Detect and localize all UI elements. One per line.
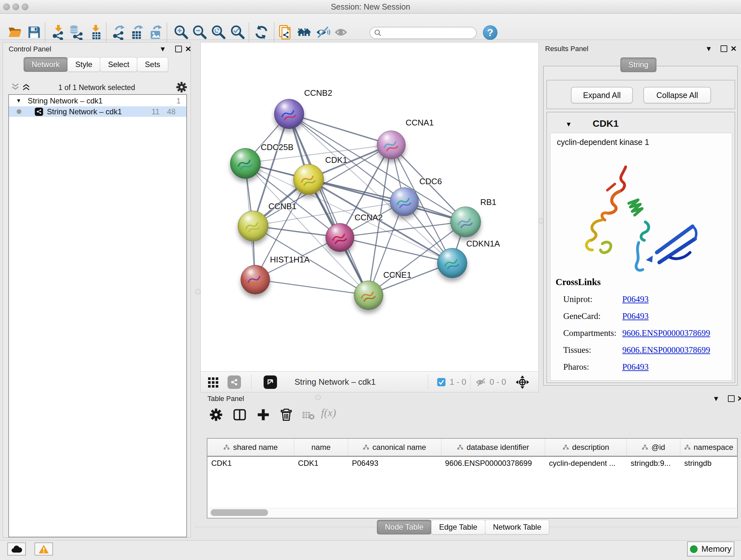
table-header-row: shared namenamecanonical namedatabase id… <box>207 439 737 456</box>
network-tree-child-row[interactable]: String Network – cdk1 11 48 <box>9 106 186 117</box>
cell-name[interactable]: CDK1 <box>294 456 348 470</box>
tab-network-table[interactable]: Network Table <box>485 520 549 535</box>
export-network-icon[interactable] <box>111 24 126 40</box>
show-column-icon[interactable] <box>233 408 246 422</box>
column-header-shared-name[interactable]: shared name <box>207 439 294 456</box>
control-panel-close-icon[interactable]: × <box>185 45 191 53</box>
network-node-label: CCNA1 <box>406 118 434 128</box>
results-panel-float-icon[interactable] <box>721 45 727 52</box>
homes-icon[interactable] <box>296 24 312 40</box>
column-header-description[interactable]: description <box>545 439 627 456</box>
import-network-from-database-icon[interactable] <box>69 24 84 40</box>
column-header-canonical-name[interactable]: canonical name <box>348 439 441 456</box>
open-session-icon[interactable] <box>7 24 23 40</box>
cell-description[interactable]: cyclin-dependent ... <box>545 456 627 470</box>
refresh-icon[interactable] <box>254 24 269 40</box>
network-node-CCNE1[interactable] <box>354 281 383 310</box>
network-tree-root-row[interactable]: ▼ String Network – cdk1 1 <box>9 96 186 106</box>
detach-view-icon[interactable] <box>264 375 277 389</box>
column-header-namespace[interactable]: namespace <box>680 439 737 456</box>
network-node-label: CCNB2 <box>304 88 332 98</box>
search-input[interactable] <box>384 28 472 37</box>
table-panel-collapse-icon[interactable]: ▼ <box>713 395 720 402</box>
delete-column-icon[interactable] <box>280 408 293 422</box>
tab-network[interactable]: Network <box>23 57 68 72</box>
show-eye-icon[interactable] <box>334 24 349 40</box>
table-panel-float-icon[interactable] <box>728 395 735 402</box>
tab-sets[interactable]: Sets <box>137 57 168 72</box>
network-node-CCNB1[interactable] <box>238 211 268 241</box>
gear-icon[interactable] <box>176 81 187 93</box>
zoom-out-icon[interactable] <box>192 24 207 40</box>
export-table-icon[interactable] <box>130 24 145 40</box>
network-node-CDKN1A[interactable] <box>437 248 467 278</box>
crosslink-tissues-[interactable]: 9606.ENSP00000378699 <box>622 345 710 355</box>
results-panel: Results Panel ▼ × String Expand All Coll… <box>542 42 740 393</box>
cell-namespace[interactable]: stringdb <box>680 456 737 470</box>
export-image-icon[interactable] <box>148 24 164 40</box>
tree-expander-icon[interactable]: ▼ <box>16 98 21 104</box>
network-node-RB1[interactable] <box>450 206 481 237</box>
zoom-in-icon[interactable] <box>173 24 189 40</box>
tab-select[interactable]: Select <box>100 57 137 72</box>
entry-expander-icon[interactable]: ▼ <box>565 121 572 128</box>
control-panel-float-icon[interactable] <box>175 46 182 52</box>
table-panel-close-icon[interactable]: × <box>738 395 741 402</box>
network-node-CDC6[interactable] <box>390 187 419 216</box>
table-settings-gear-icon[interactable] <box>209 408 223 422</box>
collapse-all-button[interactable]: Collapse All <box>643 87 711 104</box>
network-node-label: CCNA2 <box>354 212 383 223</box>
crosslink-genecard-[interactable]: P06493 <box>622 311 649 321</box>
crosslink-uniprot-[interactable]: P06493 <box>622 294 649 304</box>
network-node-CCNB2[interactable] <box>274 99 304 129</box>
crosslink-pharos-[interactable]: P06493 <box>622 362 649 372</box>
hide-eye-icon[interactable] <box>315 24 331 40</box>
tab-style[interactable]: Style <box>67 57 100 72</box>
tab-node-table[interactable]: Node Table <box>377 520 431 535</box>
string-document-icon[interactable] <box>278 24 293 40</box>
cell-database-identifier[interactable]: 9606.ENSP00000378699 <box>441 456 545 470</box>
crosslink-label: Uniprot: <box>563 294 593 304</box>
import-network-icon[interactable] <box>51 24 66 40</box>
tab-string[interactable]: String <box>620 57 657 72</box>
import-table-icon[interactable] <box>88 24 104 40</box>
protein-structure-image <box>563 150 704 274</box>
network-node-CDC25B[interactable] <box>230 148 261 179</box>
memory-button[interactable]: Memory <box>687 542 734 557</box>
network-node-CDK1[interactable] <box>293 164 324 195</box>
zoom-selected-icon[interactable] <box>230 24 245 40</box>
help-button[interactable]: ? <box>483 25 497 40</box>
control-panel-collapse-icon[interactable]: ▼ <box>159 46 166 53</box>
network-node-HIST1H1A[interactable] <box>241 265 270 294</box>
network-canvas[interactable]: CCNB2CCNA1CDC25BCDK1CDC6RB1CCNB1CCNA2CDK… <box>200 42 539 372</box>
table-row[interactable]: CDK1CDK1P064939606.ENSP00000378699cyclin… <box>207 456 737 470</box>
table-hscrollbar-thumb[interactable] <box>211 509 268 516</box>
save-session-icon[interactable] <box>26 24 42 40</box>
search-icon <box>374 29 382 37</box>
cell-canonical-name[interactable]: P06493 <box>348 456 441 470</box>
results-panel-collapse-icon[interactable]: ▼ <box>705 45 712 52</box>
cell--id[interactable]: stringdb:9... <box>627 456 680 470</box>
column-header-database-identifier[interactable]: database identifier <box>441 439 545 456</box>
crosslink-label: Compartments: <box>563 328 616 338</box>
splitter-handle[interactable] <box>195 289 201 294</box>
warning-button[interactable] <box>35 543 53 556</box>
tab-edge-table[interactable]: Edge Table <box>431 520 485 535</box>
cloud-button[interactable] <box>7 543 26 556</box>
fit-content-crosshair-icon[interactable] <box>515 375 530 389</box>
expand-all-button[interactable]: Expand All <box>571 87 633 104</box>
selected-checkbox-icon[interactable] <box>437 378 446 387</box>
column-header-name[interactable]: name <box>294 439 348 456</box>
node-table: shared namenamecanonical namedatabase id… <box>207 438 738 518</box>
network-node-CCNA1[interactable] <box>377 131 406 159</box>
add-column-icon[interactable] <box>257 408 270 422</box>
crosslink-compartments-[interactable]: 9606.ENSP00000378699 <box>622 328 710 338</box>
cell-shared-name[interactable]: CDK1 <box>207 456 294 470</box>
column-header--id[interactable]: @id <box>627 439 680 456</box>
network-view-mode-icon[interactable] <box>227 375 241 389</box>
grid-mode-icon[interactable] <box>207 376 219 388</box>
zoom-fit-icon[interactable] <box>211 24 226 40</box>
table-hscrollbar[interactable] <box>208 508 737 517</box>
results-panel-close-icon[interactable]: × <box>731 45 737 52</box>
network-node-CCNA2[interactable] <box>326 223 354 252</box>
